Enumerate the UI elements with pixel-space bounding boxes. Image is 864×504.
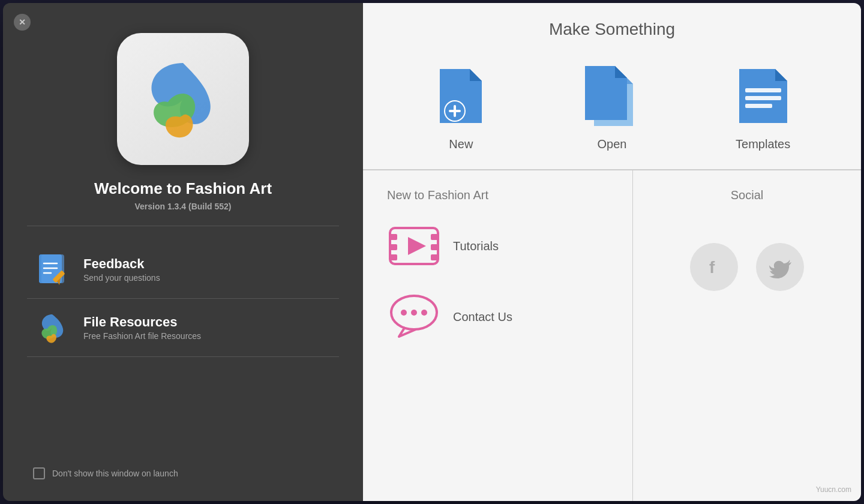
file-resources-subtitle: Free Fashion Art file Resources xyxy=(83,331,201,341)
version-text: Version 1.3.4 (Build 552) xyxy=(134,202,231,211)
svg-rect-12 xyxy=(745,88,781,92)
social-title: Social xyxy=(731,188,763,202)
open-label: Open xyxy=(598,137,627,151)
new-document-icon xyxy=(428,63,494,129)
divider-1 xyxy=(27,226,339,226)
new-action[interactable]: New xyxy=(410,57,512,157)
file-resources-icon xyxy=(33,308,71,347)
new-to-title: New to Fashion Art xyxy=(387,188,608,202)
templates-icon xyxy=(730,63,796,129)
social-section: Social f xyxy=(633,170,861,501)
file-resources-title: File Resources xyxy=(83,314,201,330)
facebook-button[interactable]: f xyxy=(690,243,738,291)
svg-rect-18 xyxy=(390,254,397,260)
svg-text:f: f xyxy=(709,258,715,277)
facebook-icon: f xyxy=(702,255,726,279)
left-links: Feedback Send your questions File Resour… xyxy=(27,241,339,357)
tutorials-label: Tutorials xyxy=(453,239,499,253)
contact-item[interactable]: Contact Us xyxy=(387,290,608,344)
svg-point-26 xyxy=(421,310,427,316)
feedback-text: Feedback Send your questions xyxy=(83,256,160,283)
twitter-icon xyxy=(768,255,792,279)
svg-rect-19 xyxy=(431,234,438,240)
svg-rect-21 xyxy=(431,254,438,260)
file-resources-text: File Resources Free Fashion Art file Res… xyxy=(83,314,201,341)
twitter-button[interactable] xyxy=(756,243,804,291)
svg-marker-22 xyxy=(408,237,426,255)
svg-rect-20 xyxy=(431,244,438,250)
new-to-section: New to Fashion Art xyxy=(363,170,633,501)
close-button[interactable]: ✕ xyxy=(14,14,31,31)
feedback-title: Feedback xyxy=(83,256,160,272)
logo-icon xyxy=(135,51,231,147)
contact-label: Contact Us xyxy=(453,310,512,324)
svg-rect-14 xyxy=(745,104,772,108)
templates-action[interactable]: Templates xyxy=(712,57,814,157)
contact-icon xyxy=(387,290,441,344)
svg-point-25 xyxy=(411,310,417,316)
dont-show-label: Don't show this window on launch xyxy=(52,469,178,478)
action-row: New Open xyxy=(363,51,861,170)
welcome-title: Welcome to Fashion Art xyxy=(94,179,272,198)
svg-rect-16 xyxy=(390,234,397,240)
open-action[interactable]: Open xyxy=(558,57,666,157)
svg-rect-17 xyxy=(390,244,397,250)
app-logo xyxy=(117,33,249,165)
feedback-icon xyxy=(33,250,71,289)
tutorials-item[interactable]: Tutorials xyxy=(387,219,608,273)
tutorials-icon xyxy=(387,219,441,273)
watermark: Yuucn.com xyxy=(816,485,851,494)
templates-label: Templates xyxy=(736,137,790,151)
new-label: New xyxy=(449,137,473,151)
svg-point-24 xyxy=(401,310,407,316)
feedback-link[interactable]: Feedback Send your questions xyxy=(27,241,339,299)
bottom-section: New to Fashion Art xyxy=(363,170,861,501)
social-icons-row: f xyxy=(690,243,804,291)
feedback-subtitle: Send your questions xyxy=(83,273,160,283)
open-document-icon xyxy=(576,63,648,129)
right-panel-wrapper: Make Something New xyxy=(363,3,861,501)
welcome-dialog: ✕ Welcome to Fashion Art Version 1.3.4 (… xyxy=(3,3,861,501)
left-panel: ✕ Welcome to Fashion Art Version 1.3.4 (… xyxy=(3,3,363,501)
bottom-bar: Don't show this window on launch xyxy=(27,458,339,489)
right-panel: Make Something New xyxy=(363,3,861,501)
dont-show-checkbox[interactable] xyxy=(33,467,45,479)
make-something-title: Make Something xyxy=(363,3,861,51)
svg-rect-13 xyxy=(745,96,781,100)
file-resources-link[interactable]: File Resources Free Fashion Art file Res… xyxy=(27,299,339,357)
